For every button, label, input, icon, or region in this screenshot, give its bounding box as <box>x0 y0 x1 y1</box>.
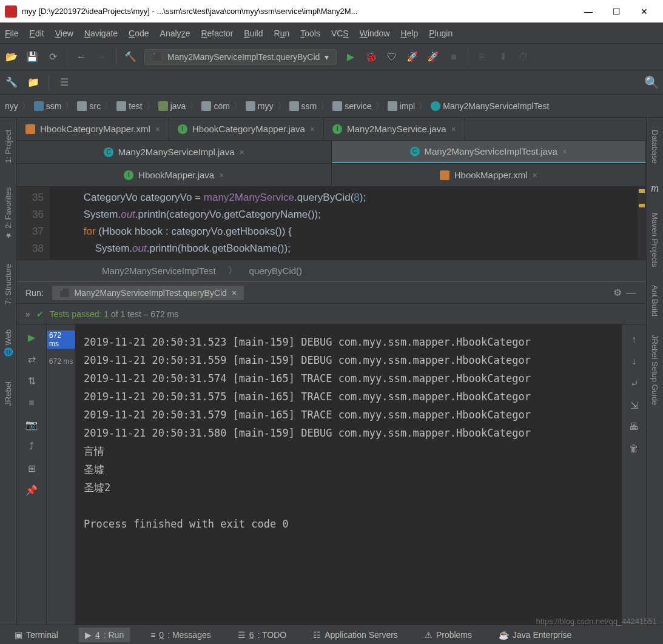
close-icon[interactable]: × <box>533 170 537 180</box>
bc-item-class[interactable]: Many2ManyServiceImplTest <box>428 100 551 112</box>
update-icon[interactable]: ⬇ <box>496 50 510 64</box>
tool-web[interactable]: 🌐 Web <box>4 329 13 357</box>
bc-item-ssm2[interactable]: ssm <box>287 100 320 112</box>
editor-code[interactable]: CategoryVo categoryVo = many2ManyService… <box>50 187 646 260</box>
forward-icon[interactable]: → <box>95 50 109 64</box>
close-icon[interactable]: × <box>155 124 160 134</box>
toggle2-icon[interactable]: ⇅ <box>25 374 38 387</box>
menu-window[interactable]: Window <box>360 29 390 38</box>
test-time-2[interactable]: 672 ms <box>49 357 73 366</box>
minimize-panel-icon[interactable]: — <box>624 286 638 300</box>
bottom-messages[interactable]: ≡ 0: Messages <box>144 628 217 642</box>
crumb-class[interactable]: Many2ManyServiceImplTest <box>102 266 216 276</box>
wrap-icon[interactable]: ⤶ <box>627 377 641 390</box>
tool-favorites[interactable]: ★ 2: Favorites <box>4 187 13 240</box>
build-icon[interactable]: 🔨 <box>124 50 137 64</box>
bc-item-impl[interactable]: impl <box>385 100 418 112</box>
editor-marker-bar[interactable] <box>638 187 646 260</box>
stop-icon[interactable]: ■ <box>447 50 460 64</box>
tab-many2manyserviceimpltest-java[interactable]: CMany2ManyServiceImplTest.java× <box>332 141 647 163</box>
menu-code[interactable]: Code <box>129 29 149 38</box>
bottom-problems[interactable]: ⚠ Problems <box>419 628 478 642</box>
menu-navigate[interactable]: Navigate <box>84 29 118 38</box>
close-icon[interactable]: × <box>240 147 244 157</box>
menu-refactor[interactable]: Refactor <box>201 29 233 38</box>
crumb-method[interactable]: queryByCid() <box>249 266 303 276</box>
layout-icon[interactable]: ⊞ <box>25 461 38 475</box>
jrebel-run-icon[interactable]: 🚀 <box>406 50 419 64</box>
run-tab[interactable]: ⬛ Many2ManyServiceImplTest.queryByCid × <box>52 286 244 300</box>
maximize-button[interactable]: ☐ <box>602 0 630 23</box>
gear-icon[interactable]: ⚙ <box>611 286 624 300</box>
test-time-1[interactable]: 672 ms <box>47 330 75 349</box>
stop-icon[interactable]: ■ <box>25 396 38 409</box>
menu-edit[interactable]: Edit <box>30 29 44 38</box>
tab-many2manyserviceimpl-java[interactable]: CMany2ManyServiceImpl.java× <box>17 141 332 163</box>
tab-many2manyservice-java[interactable]: IMany2ManyService.java× <box>324 118 465 140</box>
history-icon[interactable]: ⏱ <box>517 50 530 64</box>
tab-hbookmapper-xml[interactable]: HbookMapper.xml× <box>332 164 647 186</box>
bottom-todo[interactable]: ☰ 6: TODO <box>232 628 293 642</box>
bottom-javaee[interactable]: ☕ Java Enterprise <box>493 628 577 642</box>
menu-plugin[interactable]: Plugin <box>429 29 453 38</box>
close-icon[interactable]: × <box>562 147 567 156</box>
folder-open-icon[interactable]: 📁 <box>27 76 40 89</box>
close-icon[interactable]: × <box>232 288 237 298</box>
bc-item-java[interactable]: java <box>156 100 189 112</box>
scroll-icon[interactable]: ⇲ <box>627 398 641 412</box>
tool-project[interactable]: 1: Project <box>4 130 13 163</box>
close-icon[interactable]: × <box>310 124 315 134</box>
tool-database[interactable]: Database <box>650 130 659 164</box>
bc-item-com[interactable]: com <box>199 100 232 112</box>
bottom-run[interactable]: ▶ 4: Run <box>79 628 130 642</box>
menu-view[interactable]: View <box>55 29 73 38</box>
tab-hbookmapper-java[interactable]: IHbookMapper.java× <box>17 164 332 186</box>
tab-hbookcategorymapper-java[interactable]: IHbookCategoryMapper.java× <box>169 118 324 140</box>
console-output[interactable]: 2019-11-21 20:50:31.523 [main-159] DEBUG… <box>75 324 622 625</box>
close-icon[interactable]: × <box>451 124 456 134</box>
back-icon[interactable]: ← <box>75 50 88 64</box>
open-icon[interactable]: 📂 <box>5 50 18 64</box>
menu-help[interactable]: Help <box>401 29 419 38</box>
trash-icon[interactable]: 🗑 <box>627 442 641 455</box>
save-icon[interactable]: 💾 <box>25 50 39 64</box>
tool-jrebel-guide[interactable]: JRebel Setup Guide <box>650 335 659 405</box>
export-icon[interactable]: ⤴ <box>25 440 38 453</box>
tab-hbookcategorymapper-xml[interactable]: HbookCategoryMapper.xml× <box>17 118 169 140</box>
tool-jrebel[interactable]: JRebel <box>4 381 13 406</box>
bc-item-service[interactable]: service <box>330 100 374 112</box>
wrench-icon[interactable]: 🔧 <box>5 76 18 89</box>
tool-ant[interactable]: Ant Build <box>650 285 659 317</box>
close-icon[interactable]: × <box>219 170 224 180</box>
vcs-icon[interactable]: ⎘ <box>476 50 489 64</box>
tool-structure[interactable]: 7: Structure <box>4 264 13 304</box>
menu-run[interactable]: Run <box>274 29 290 38</box>
bc-item-root[interactable]: nyy <box>2 100 21 112</box>
rerun-icon[interactable]: ▶ <box>25 330 38 344</box>
expand-icon[interactable]: » <box>25 309 30 319</box>
bc-item-ssm[interactable]: ssm <box>32 100 64 112</box>
menu-build[interactable]: Build <box>244 29 263 38</box>
menu-file[interactable]: File <box>5 29 19 38</box>
down-icon[interactable]: ↓ <box>627 355 641 368</box>
structure-icon[interactable]: ☰ <box>58 76 71 89</box>
refresh-icon[interactable]: ⟳ <box>46 50 59 64</box>
run-config-dropdown[interactable]: ⬛ Many2ManyServiceImplTest.queryByCid ▾ <box>144 49 337 65</box>
tool-maven[interactable]: Maven Projects <box>650 213 659 267</box>
bottom-terminal[interactable]: ▣ Terminal <box>8 628 64 642</box>
bottom-appservers[interactable]: ☷ Application Servers <box>307 628 404 642</box>
run-icon[interactable]: ▶ <box>344 50 357 64</box>
menu-analyze[interactable]: Analyze <box>160 29 190 38</box>
bc-item-test[interactable]: test <box>114 100 145 112</box>
print-icon[interactable]: 🖶 <box>627 420 641 434</box>
camera-icon[interactable]: 📷 <box>25 418 38 431</box>
debug-icon[interactable]: 🐞 <box>365 50 378 64</box>
bc-item-myy[interactable]: myy <box>243 100 276 112</box>
code-editor[interactable]: 35 36 37 38 CategoryVo categoryVo = many… <box>17 187 646 260</box>
up-icon[interactable]: ↑ <box>627 333 641 346</box>
toggle-icon[interactable]: ⇄ <box>25 352 38 366</box>
bc-item-src[interactable]: src <box>75 100 103 112</box>
jrebel-debug-icon[interactable]: 🚀 <box>426 50 440 64</box>
close-button[interactable]: ✕ <box>630 0 658 23</box>
pin-icon[interactable]: 📌 <box>25 483 38 497</box>
